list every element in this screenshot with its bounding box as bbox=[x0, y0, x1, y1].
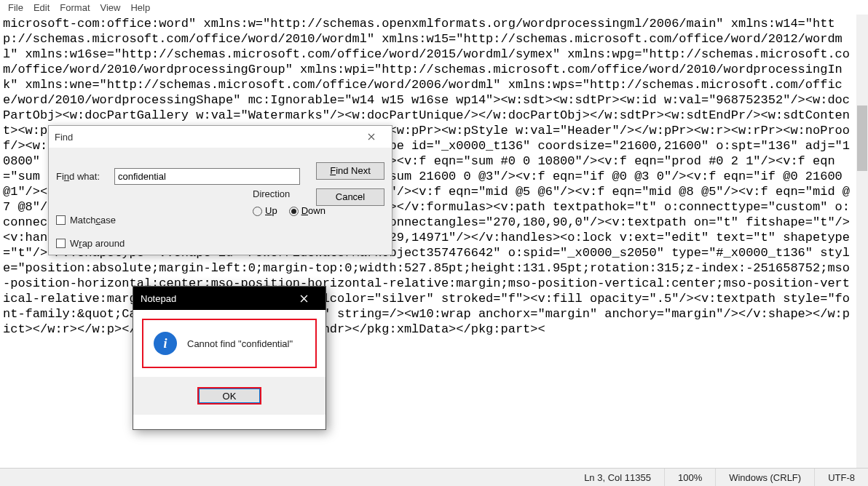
scrollbar-thumb[interactable] bbox=[857, 105, 867, 171]
find-title-text: Find bbox=[55, 132, 357, 143]
wrap-around-checkbox[interactable]: Wrap around bbox=[56, 238, 125, 249]
msgbox-title-text: Notepad bbox=[141, 293, 289, 304]
menu-edit[interactable]: Edit bbox=[28, 1, 55, 14]
msgbox-titlebar[interactable]: Notepad bbox=[133, 287, 326, 310]
find-what-input[interactable] bbox=[114, 168, 300, 185]
find-close-button[interactable] bbox=[357, 127, 386, 147]
msgbox-text: Cannot find "confidential" bbox=[187, 338, 293, 349]
menu-view[interactable]: View bbox=[95, 1, 126, 14]
ok-button[interactable]: OK bbox=[197, 387, 261, 405]
close-icon bbox=[300, 295, 308, 303]
close-icon bbox=[368, 133, 375, 140]
menu-help[interactable]: Help bbox=[125, 1, 155, 14]
direction-label: Direction bbox=[253, 188, 326, 201]
find-dialog: Find Find what: Find Next Cancel Directi… bbox=[48, 125, 392, 255]
vertical-scrollbar[interactable] bbox=[856, 15, 868, 468]
direction-down-radio[interactable]: Down bbox=[289, 205, 326, 216]
status-encoding: UTF-8 bbox=[814, 469, 868, 486]
find-titlebar[interactable]: Find bbox=[49, 126, 392, 148]
status-zoom: 100% bbox=[664, 469, 715, 486]
match-case-checkbox[interactable]: Match case bbox=[56, 215, 116, 226]
status-position: Ln 3, Col 11355 bbox=[571, 469, 664, 486]
msgbox-close-button[interactable] bbox=[289, 287, 318, 309]
menubar: File Edit Format View Help bbox=[0, 0, 868, 15]
msgbox-footer: OK bbox=[133, 377, 326, 415]
info-icon: i bbox=[154, 332, 177, 355]
find-next-button[interactable]: Find Next bbox=[316, 162, 384, 180]
cancel-button[interactable]: Cancel bbox=[316, 188, 384, 206]
menu-file[interactable]: File bbox=[3, 1, 28, 14]
find-what-label: Find what: bbox=[56, 171, 114, 182]
menu-format[interactable]: Format bbox=[55, 1, 95, 14]
msgbox-body: i Cannot find "confidential" bbox=[142, 319, 317, 368]
status-bar: Ln 3, Col 11355 100% Windows (CRLF) UTF-… bbox=[0, 468, 868, 486]
direction-up-radio[interactable]: Up bbox=[253, 205, 277, 216]
message-box: Notepad i Cannot find "confidential" OK bbox=[133, 286, 326, 430]
status-eol: Windows (CRLF) bbox=[715, 469, 814, 486]
